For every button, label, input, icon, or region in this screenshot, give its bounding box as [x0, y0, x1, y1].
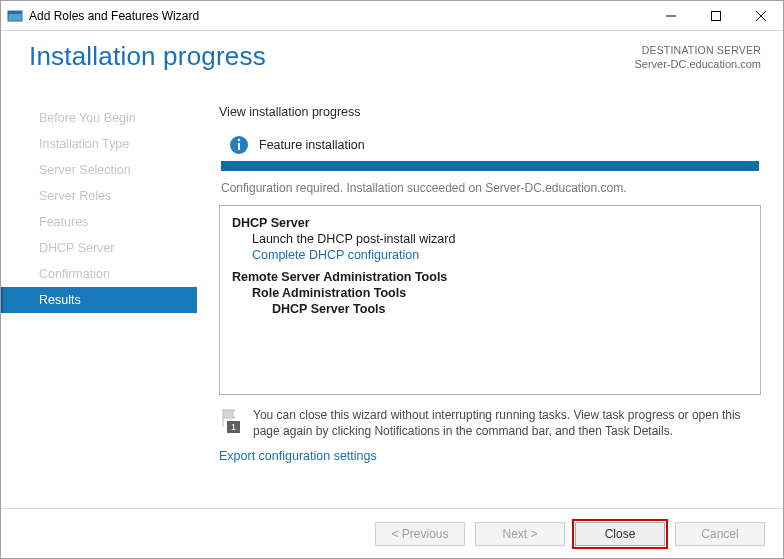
info-icon — [229, 135, 249, 155]
result-heading-dhcp: DHCP Server — [232, 216, 748, 230]
complete-dhcp-configuration-link[interactable]: Complete DHCP configuration — [252, 248, 748, 262]
result-heading-rsat: Remote Server Administration Tools — [232, 270, 748, 284]
titlebar: Add Roles and Features Wizard — [1, 1, 783, 31]
wizard-hint-text: You can close this wizard without interr… — [253, 407, 761, 439]
svg-rect-3 — [711, 11, 720, 20]
step-server-roles: Server Roles — [1, 183, 197, 209]
step-confirmation: Confirmation — [1, 261, 197, 287]
flag-icon: 1 — [219, 407, 241, 433]
window-title: Add Roles and Features Wizard — [29, 9, 648, 23]
result-dhcp-sub: Launch the DHCP post-install wizard — [252, 232, 748, 246]
destination-server-info: DESTINATION SERVER Server-DC.education.c… — [634, 43, 761, 72]
svg-point-8 — [238, 139, 241, 142]
status-text: Configuration required. Installation suc… — [221, 181, 761, 195]
step-dhcp-server: DHCP Server — [1, 235, 197, 261]
results-panel: DHCP Server Launch the DHCP post-install… — [219, 205, 761, 395]
destination-label: DESTINATION SERVER — [634, 43, 761, 57]
step-installation-type: Installation Type — [1, 131, 197, 157]
svg-rect-1 — [8, 11, 22, 14]
next-button: Next > — [475, 522, 565, 546]
svg-rect-7 — [238, 143, 240, 150]
wizard-steps-sidebar: Before You Begin Installation Type Serve… — [1, 89, 197, 508]
step-features: Features — [1, 209, 197, 235]
result-rsat-sub1: Role Administration Tools — [252, 286, 748, 300]
notification-badge: 1 — [227, 421, 240, 433]
wizard-header: Installation progress DESTINATION SERVER… — [1, 31, 783, 89]
destination-value: Server-DC.education.com — [634, 57, 761, 72]
app-icon — [7, 8, 23, 24]
close-button[interactable]: Close — [575, 522, 665, 546]
wizard-footer: < Previous Next > Close Cancel — [1, 508, 783, 558]
wizard-hint: 1 You can close this wizard without inte… — [219, 407, 761, 439]
result-rsat-sub2: DHCP Server Tools — [272, 302, 748, 316]
feature-installation-text: Feature installation — [259, 138, 365, 152]
close-window-button[interactable] — [738, 1, 783, 31]
wizard-body: Before You Begin Installation Type Serve… — [1, 89, 783, 508]
previous-button: < Previous — [375, 522, 465, 546]
maximize-button[interactable] — [693, 1, 738, 31]
minimize-button[interactable] — [648, 1, 693, 31]
progress-bar — [221, 161, 759, 171]
step-before-you-begin: Before You Begin — [1, 105, 197, 131]
cancel-button: Cancel — [675, 522, 765, 546]
section-title: View installation progress — [219, 105, 761, 119]
page-title: Installation progress — [29, 41, 266, 72]
export-configuration-settings-link[interactable]: Export configuration settings — [219, 449, 377, 463]
wizard-main: View installation progress Feature insta… — [197, 89, 783, 508]
feature-installation-line: Feature installation — [229, 135, 761, 155]
step-results: Results — [1, 287, 197, 313]
step-server-selection: Server Selection — [1, 157, 197, 183]
